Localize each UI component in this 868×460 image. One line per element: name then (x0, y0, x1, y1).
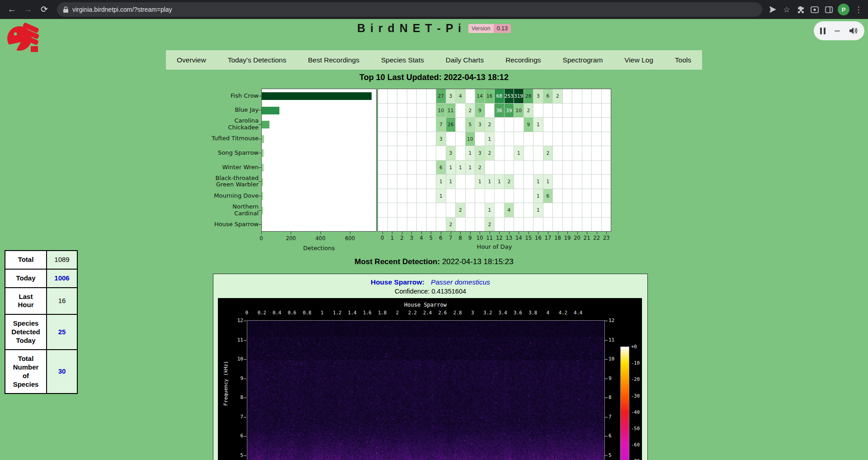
heatmap-cell (514, 118, 524, 132)
heatmap-cell: 1 (514, 146, 524, 160)
heatmap-cell (553, 175, 562, 189)
freq-tick-label-right: 10 (609, 356, 622, 362)
heatmap-cell (417, 175, 426, 189)
heatmap-cell: 26 (446, 118, 456, 132)
x-tick (528, 232, 529, 234)
hour-tick-label: 23 (602, 235, 611, 241)
stats-value[interactable]: 30 (47, 350, 77, 394)
profile-avatar[interactable]: P (838, 4, 849, 15)
time-tick-label: 3.2 (480, 310, 495, 315)
bar-category-label: Carolina Chickadee (138, 117, 259, 132)
heatmap-cell (602, 146, 611, 160)
heatmap-cell (485, 104, 495, 118)
side-panel-icon[interactable] (824, 5, 834, 14)
freq-tick (244, 379, 246, 379)
hour-tick-label: 17 (543, 235, 552, 241)
heatmap-cell: 5 (466, 118, 475, 132)
extensions-puzzle-icon[interactable] (796, 5, 806, 14)
time-tick-label: 2.2 (405, 310, 420, 315)
stats-value[interactable]: 25 (47, 314, 77, 350)
heatmap-cell (378, 146, 387, 160)
heatmap-cell: 11 (446, 104, 456, 118)
time-tick-label: 2.4 (420, 310, 435, 315)
heatmap-cell (466, 89, 475, 103)
heatmap-cell (582, 218, 592, 232)
pause-button[interactable] (820, 28, 826, 34)
heatmap-cell: 1 (485, 175, 495, 189)
heatmap-cell (417, 161, 426, 175)
heatmap-cell (427, 104, 436, 118)
heatmap-cell: 1 (485, 203, 495, 217)
heatmap-cell: 4 (456, 89, 465, 103)
back-button[interactable]: ← (5, 2, 19, 17)
heatmap-cell (397, 104, 407, 118)
heatmap-cell (553, 146, 562, 160)
time-tick-label: 0 (239, 310, 255, 315)
hour-tick-label: 12 (495, 235, 504, 241)
heatmap-cell (407, 175, 417, 189)
url-text: virginia.birdnetpi.com/?stream=play (72, 6, 172, 13)
volume-icon[interactable] (849, 27, 858, 35)
freq-tick-label-left: 9 (230, 375, 243, 381)
stats-label: Last Hour (5, 288, 47, 315)
spectrogram-panel: House Sparrow Frequency (kHz) 00.20.40.6… (218, 298, 642, 460)
seek-bar[interactable] (835, 30, 840, 32)
heatmap-cell (388, 104, 397, 118)
recorder-icon[interactable] (810, 5, 820, 14)
recent-label: Most Recent Detection: (354, 257, 440, 266)
y-tick (259, 96, 261, 96)
heatmap-cell: 16 (485, 89, 495, 103)
hour-tick-label: 13 (505, 235, 514, 241)
heatmap-cell (388, 218, 397, 232)
heatmap-cell: 1 (533, 203, 543, 217)
hour-tick-label: 3 (407, 235, 416, 241)
heatmap-cell (543, 132, 553, 146)
reload-button[interactable]: ⟳ (37, 2, 52, 17)
freq-tick-label-right: 6 (609, 433, 622, 439)
share-icon[interactable] (768, 5, 778, 14)
stats-value: 16 (47, 288, 77, 315)
bar (262, 164, 264, 171)
address-bar[interactable]: virginia.birdnetpi.com/?stream=play (57, 2, 762, 17)
heatmap-cell: 7 (436, 118, 446, 132)
db-tick-label: -60 (631, 442, 640, 447)
stats-row: Last Hour16 (5, 288, 77, 315)
heatmap-cell (533, 218, 543, 232)
time-tick-label: 3 (465, 310, 481, 315)
forward-button[interactable]: → (21, 2, 35, 17)
heatmap-cell: 2 (456, 203, 465, 217)
heatmap-cell (436, 203, 446, 217)
heatmap-cell: 14 (475, 89, 485, 103)
bar (262, 207, 263, 214)
heatmap-cell: 2 (543, 146, 553, 160)
stats-label: Total Number of Species (5, 350, 47, 394)
heatmap-cell (397, 203, 407, 217)
freq-tick (605, 359, 608, 360)
stats-value[interactable]: 1006 (47, 269, 77, 288)
heatmap-cell (407, 146, 417, 160)
heatmap-cell (572, 132, 582, 146)
bookmark-star-icon[interactable]: ☆ (782, 5, 792, 14)
freq-tick (605, 340, 608, 341)
heatmap-cell (456, 146, 465, 160)
heatmap-cell (407, 218, 417, 232)
x-tick (382, 232, 383, 234)
heatmap-cell (495, 146, 504, 160)
heatmap-cell (563, 218, 572, 232)
db-tick-label: -50 (631, 426, 640, 431)
heatmap-cell (427, 175, 436, 189)
time-tick-label: 1 (315, 310, 330, 315)
species-common-name-link[interactable]: House Sparrow: (371, 278, 425, 286)
heatmap-cell: 1 (446, 161, 456, 175)
y-tick (259, 153, 261, 153)
heatmap-cell (378, 189, 387, 203)
heatmap-cell (397, 89, 407, 103)
species-scientific-name[interactable]: Passer domesticus (431, 278, 490, 286)
menu-kebab-icon[interactable]: ⋮ (854, 5, 863, 14)
heatmap-cell (495, 132, 504, 146)
freq-tick-label-left: 10 (230, 356, 243, 362)
heatmap-cell (563, 203, 572, 217)
heatmap-cell (407, 132, 417, 146)
stats-row: Total Number of Species30 (5, 350, 77, 394)
hour-tick-label: 6 (436, 235, 445, 241)
